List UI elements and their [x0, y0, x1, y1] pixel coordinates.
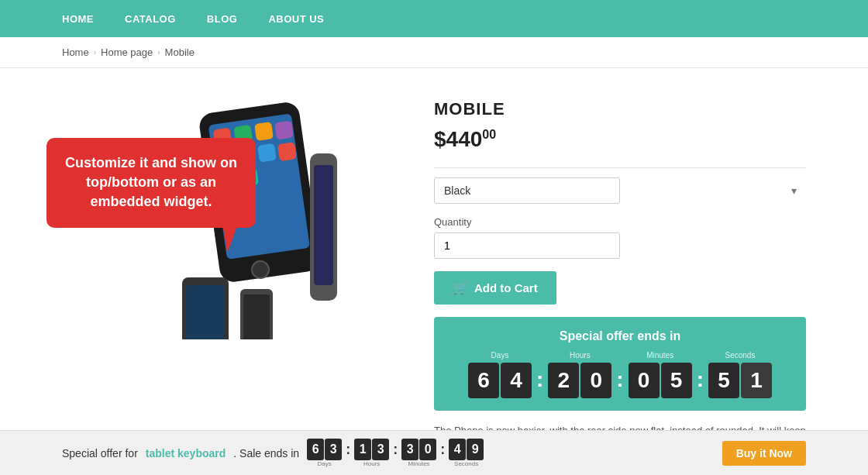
- bottom-minutes: 3 0 Minutes: [401, 439, 436, 467]
- product-images: Customize it and show on top/bottom or a…: [62, 91, 388, 456]
- breadcrumb-homepage[interactable]: Home page: [101, 46, 153, 58]
- divider-1: [434, 167, 806, 168]
- bottom-countdown: 6 3 Days : 1 3 Hours : 3 0 Minutes :: [307, 439, 484, 467]
- svg-rect-9: [277, 142, 297, 161]
- nav-catalog[interactable]: CATALOG: [125, 13, 176, 25]
- seconds-digit-1: 1: [741, 363, 772, 398]
- bottom-hours-1: 3: [372, 439, 389, 460]
- breadcrumb: Home › Home page › Mobile: [0, 37, 868, 68]
- hours-label: Hours: [570, 351, 591, 360]
- callout-text: Customize it and show on top/bottom or a…: [65, 155, 237, 209]
- product-detail: MOBILE $44000 Black White Silver ▾ Quant…: [434, 91, 806, 456]
- svg-rect-18: [243, 294, 270, 339]
- colon-1: :: [536, 358, 543, 392]
- quantity-wrap: [434, 232, 806, 259]
- bottom-seconds-0: 4: [449, 439, 466, 460]
- bottom-seconds-label: Seconds: [454, 460, 478, 467]
- bottom-hours-0: 1: [354, 439, 371, 460]
- colon-3: :: [697, 358, 704, 392]
- bottom-colon-1: :: [346, 442, 350, 464]
- bottom-hours-label: Hours: [363, 460, 380, 467]
- cart-icon: 🛒: [453, 281, 468, 295]
- minutes-label: Minutes: [646, 351, 673, 360]
- days-label: Days: [491, 351, 509, 360]
- nav-home[interactable]: HOME: [62, 13, 94, 25]
- hours-digit-1: 0: [580, 363, 611, 398]
- quantity-label: Quantity: [434, 216, 806, 228]
- price-cents: 00: [482, 128, 496, 141]
- breadcrumb-arrow-1: ›: [94, 48, 96, 57]
- product-title: MOBILE: [434, 99, 806, 119]
- bottom-seconds-digits: 4 9: [449, 439, 484, 460]
- bottom-suffix: . Sale ends in: [233, 447, 299, 460]
- color-select[interactable]: Black White Silver: [434, 177, 620, 204]
- minutes-digits: 0 5: [629, 363, 692, 398]
- bottom-link[interactable]: tablet keyboard: [146, 447, 226, 460]
- bottom-hours: 1 3 Hours: [354, 439, 389, 467]
- colon-2: :: [616, 358, 623, 392]
- bottom-minutes-digits: 3 0: [401, 439, 436, 460]
- bottom-seconds: 4 9 Seconds: [449, 439, 484, 467]
- minutes-digit-0: 0: [629, 363, 660, 398]
- price-main: $440: [434, 127, 482, 151]
- seconds-label: Seconds: [725, 351, 756, 360]
- bottom-seconds-1: 9: [467, 439, 484, 460]
- breadcrumb-home[interactable]: Home: [62, 46, 89, 58]
- main-content: Customize it and show on top/bottom or a…: [0, 68, 868, 475]
- bottom-minutes-1: 0: [419, 439, 436, 460]
- bottom-bar: Special offer for tablet keyboard . Sale…: [0, 430, 868, 475]
- breadcrumb-mobile[interactable]: Mobile: [165, 46, 195, 58]
- svg-rect-5: [274, 121, 294, 140]
- bottom-days-label: Days: [318, 460, 332, 467]
- seconds-digit-0: 5: [708, 363, 739, 398]
- add-to-cart-label: Add to Cart: [474, 281, 538, 294]
- quantity-input[interactable]: [434, 232, 620, 259]
- bottom-colon-2: :: [393, 442, 398, 464]
- svg-rect-8: [257, 143, 277, 163]
- bottom-days-digits: 6 3: [307, 439, 342, 460]
- days-digits: 6 4: [468, 363, 532, 398]
- days-digit-0: 6: [468, 363, 499, 398]
- buy-now-button[interactable]: Buy it Now: [722, 441, 806, 466]
- svg-rect-14: [314, 165, 333, 285]
- countdown-wrap: Days 6 4 : Hours 2 0 :: [450, 351, 790, 398]
- countdown-seconds: Seconds 5 1: [708, 351, 772, 398]
- navigation: HOME CATALOG BLOG ABOUT US: [0, 0, 868, 37]
- bottom-days: 6 3 Days: [307, 439, 342, 467]
- hours-digits: 2 0: [548, 363, 611, 398]
- breadcrumb-arrow-2: ›: [157, 48, 160, 57]
- minutes-digit-1: 5: [661, 363, 692, 398]
- countdown-hours: Hours 2 0: [548, 351, 611, 398]
- special-offer-title: Special offer ends in: [450, 329, 790, 343]
- svg-rect-16: [186, 285, 225, 339]
- hours-digit-0: 2: [548, 363, 579, 398]
- color-select-wrap: Black White Silver ▾: [434, 177, 806, 204]
- countdown-days: Days 6 4: [468, 351, 532, 398]
- bottom-minutes-label: Minutes: [408, 460, 430, 467]
- bottom-days-1: 3: [325, 439, 342, 460]
- nav-about[interactable]: ABOUT US: [268, 13, 324, 25]
- special-offer-box: Special offer ends in Days 6 4 : Hours 2: [434, 317, 806, 411]
- bottom-days-0: 6: [307, 439, 324, 460]
- bottom-hours-digits: 1 3: [354, 439, 389, 460]
- bottom-prefix: Special offer for: [62, 447, 138, 460]
- bottom-colon-3: :: [440, 442, 445, 464]
- chevron-down-icon: ▾: [791, 184, 797, 197]
- seconds-digits: 5 1: [708, 363, 772, 398]
- svg-rect-4: [254, 122, 274, 141]
- add-to-cart-button[interactable]: 🛒 Add to Cart: [434, 271, 556, 305]
- product-price: $44000: [434, 127, 806, 152]
- nav-blog[interactable]: BLOG: [207, 13, 238, 25]
- days-digit-1: 4: [501, 363, 532, 398]
- callout-bubble: Customize it and show on top/bottom or a…: [46, 138, 256, 228]
- bottom-minutes-0: 3: [401, 439, 418, 460]
- countdown-minutes: Minutes 0 5: [629, 351, 692, 398]
